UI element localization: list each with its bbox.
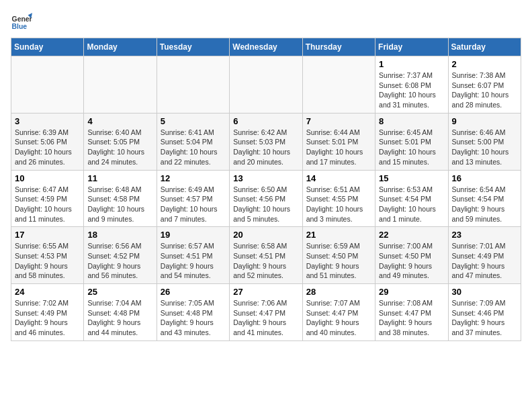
calendar-cell: 22Sunrise: 7:00 AM Sunset: 4:50 PM Dayli… (375, 227, 448, 284)
weekday-header-monday: Monday (84, 38, 157, 56)
day-number: 18 (87, 230, 152, 240)
logo-icon: General Blue (11, 11, 32, 32)
day-number: 7 (306, 116, 371, 126)
calendar-cell: 21Sunrise: 6:59 AM Sunset: 4:50 PM Dayli… (302, 227, 375, 284)
day-info: Sunrise: 7:06 AM Sunset: 4:47 PM Dayligh… (233, 298, 298, 338)
day-info: Sunrise: 6:44 AM Sunset: 5:01 PM Dayligh… (306, 128, 371, 167)
calendar-cell: 30Sunrise: 7:09 AM Sunset: 4:46 PM Dayli… (448, 284, 521, 341)
day-info: Sunrise: 6:54 AM Sunset: 4:54 PM Dayligh… (452, 185, 517, 224)
day-info: Sunrise: 7:37 AM Sunset: 6:08 PM Dayligh… (379, 71, 444, 110)
calendar-cell: 14Sunrise: 6:51 AM Sunset: 4:55 PM Dayli… (302, 170, 375, 227)
calendar-cell: 15Sunrise: 6:53 AM Sunset: 4:54 PM Dayli… (375, 170, 448, 227)
calendar-cell: 16Sunrise: 6:54 AM Sunset: 4:54 PM Dayli… (448, 170, 521, 227)
day-number: 29 (379, 287, 444, 297)
day-number: 23 (452, 230, 517, 240)
day-number: 2 (452, 59, 517, 69)
day-info: Sunrise: 7:38 AM Sunset: 6:07 PM Dayligh… (452, 71, 517, 110)
day-number: 20 (233, 230, 298, 240)
day-number: 14 (306, 173, 371, 183)
calendar-cell: 29Sunrise: 7:08 AM Sunset: 4:47 PM Dayli… (375, 284, 448, 341)
calendar-cell (230, 56, 302, 113)
svg-text:Blue: Blue (12, 23, 28, 30)
day-info: Sunrise: 7:09 AM Sunset: 4:46 PM Dayligh… (452, 298, 517, 338)
day-number: 11 (87, 173, 152, 183)
day-info: Sunrise: 6:59 AM Sunset: 4:50 PM Dayligh… (306, 241, 371, 281)
calendar-cell: 23Sunrise: 7:01 AM Sunset: 4:49 PM Dayli… (448, 227, 521, 284)
day-number: 8 (379, 116, 444, 126)
calendar-week-1: 1Sunrise: 7:37 AM Sunset: 6:08 PM Daylig… (11, 56, 521, 113)
calendar-cell: 13Sunrise: 6:50 AM Sunset: 4:56 PM Dayli… (230, 170, 302, 227)
day-number: 10 (15, 173, 80, 183)
day-info: Sunrise: 6:58 AM Sunset: 4:51 PM Dayligh… (233, 241, 298, 281)
calendar-table: SundayMondayTuesdayWednesdayThursdayFrid… (11, 38, 521, 341)
day-number: 15 (379, 173, 444, 183)
day-info: Sunrise: 6:46 AM Sunset: 5:00 PM Dayligh… (452, 128, 517, 167)
calendar-cell (84, 56, 157, 113)
calendar-cell: 25Sunrise: 7:04 AM Sunset: 4:48 PM Dayli… (84, 284, 157, 341)
day-number: 25 (87, 287, 152, 297)
day-info: Sunrise: 7:01 AM Sunset: 4:49 PM Dayligh… (452, 241, 517, 281)
weekday-header-friday: Friday (375, 38, 448, 56)
day-info: Sunrise: 7:00 AM Sunset: 4:50 PM Dayligh… (379, 241, 444, 281)
day-number: 13 (233, 173, 298, 183)
day-number: 6 (233, 116, 298, 126)
svg-text:General: General (12, 15, 32, 23)
day-number: 22 (379, 230, 444, 240)
calendar-cell: 11Sunrise: 6:48 AM Sunset: 4:58 PM Dayli… (84, 170, 157, 227)
day-info: Sunrise: 6:56 AM Sunset: 4:52 PM Dayligh… (87, 241, 152, 281)
day-number: 1 (379, 59, 444, 69)
calendar-week-3: 10Sunrise: 6:47 AM Sunset: 4:59 PM Dayli… (11, 170, 521, 227)
day-number: 12 (161, 173, 226, 183)
day-info: Sunrise: 6:40 AM Sunset: 5:05 PM Dayligh… (87, 128, 152, 167)
day-number: 19 (161, 230, 226, 240)
day-number: 3 (15, 116, 80, 126)
weekday-header-tuesday: Tuesday (157, 38, 229, 56)
day-number: 5 (161, 116, 226, 126)
day-number: 9 (452, 116, 517, 126)
day-info: Sunrise: 7:08 AM Sunset: 4:47 PM Dayligh… (379, 298, 444, 338)
calendar-cell: 3Sunrise: 6:39 AM Sunset: 5:06 PM Daylig… (11, 113, 84, 170)
day-number: 16 (452, 173, 517, 183)
day-number: 24 (15, 287, 80, 297)
calendar-cell: 1Sunrise: 7:37 AM Sunset: 6:08 PM Daylig… (375, 56, 448, 113)
day-number: 21 (306, 230, 371, 240)
day-number: 28 (306, 287, 371, 297)
page-header: General Blue (11, 11, 521, 32)
calendar-cell: 28Sunrise: 7:07 AM Sunset: 4:47 PM Dayli… (302, 284, 375, 341)
calendar-cell: 8Sunrise: 6:45 AM Sunset: 5:01 PM Daylig… (375, 113, 448, 170)
weekday-header-saturday: Saturday (448, 38, 521, 56)
day-info: Sunrise: 7:07 AM Sunset: 4:47 PM Dayligh… (306, 298, 371, 338)
calendar-cell: 2Sunrise: 7:38 AM Sunset: 6:07 PM Daylig… (448, 56, 521, 113)
day-number: 17 (15, 230, 80, 240)
calendar-cell (11, 56, 84, 113)
day-info: Sunrise: 6:41 AM Sunset: 5:04 PM Dayligh… (161, 128, 226, 167)
day-info: Sunrise: 7:05 AM Sunset: 4:48 PM Dayligh… (161, 298, 226, 338)
weekday-header-sunday: Sunday (11, 38, 84, 56)
calendar-cell: 6Sunrise: 6:42 AM Sunset: 5:03 PM Daylig… (230, 113, 302, 170)
calendar-cell: 9Sunrise: 6:46 AM Sunset: 5:00 PM Daylig… (448, 113, 521, 170)
calendar-cell (157, 56, 229, 113)
day-info: Sunrise: 6:48 AM Sunset: 4:58 PM Dayligh… (87, 185, 152, 224)
day-number: 27 (233, 287, 298, 297)
calendar-cell: 19Sunrise: 6:57 AM Sunset: 4:51 PM Dayli… (157, 227, 229, 284)
logo: General Blue (11, 11, 32, 32)
weekday-header-wednesday: Wednesday (230, 38, 302, 56)
calendar-cell: 18Sunrise: 6:56 AM Sunset: 4:52 PM Dayli… (84, 227, 157, 284)
calendar-cell: 27Sunrise: 7:06 AM Sunset: 4:47 PM Dayli… (230, 284, 302, 341)
calendar-week-5: 24Sunrise: 7:02 AM Sunset: 4:49 PM Dayli… (11, 284, 521, 341)
day-info: Sunrise: 6:53 AM Sunset: 4:54 PM Dayligh… (379, 185, 444, 224)
day-info: Sunrise: 6:51 AM Sunset: 4:55 PM Dayligh… (306, 185, 371, 224)
day-info: Sunrise: 6:42 AM Sunset: 5:03 PM Dayligh… (233, 128, 298, 167)
calendar-week-2: 3Sunrise: 6:39 AM Sunset: 5:06 PM Daylig… (11, 113, 521, 170)
day-info: Sunrise: 6:47 AM Sunset: 4:59 PM Dayligh… (15, 185, 80, 224)
day-info: Sunrise: 6:55 AM Sunset: 4:53 PM Dayligh… (15, 241, 80, 281)
calendar-cell: 20Sunrise: 6:58 AM Sunset: 4:51 PM Dayli… (230, 227, 302, 284)
calendar-cell: 12Sunrise: 6:49 AM Sunset: 4:57 PM Dayli… (157, 170, 229, 227)
calendar-cell: 5Sunrise: 6:41 AM Sunset: 5:04 PM Daylig… (157, 113, 229, 170)
day-info: Sunrise: 6:50 AM Sunset: 4:56 PM Dayligh… (233, 185, 298, 224)
day-number: 4 (87, 116, 152, 126)
calendar-cell: 7Sunrise: 6:44 AM Sunset: 5:01 PM Daylig… (302, 113, 375, 170)
day-info: Sunrise: 7:02 AM Sunset: 4:49 PM Dayligh… (15, 298, 80, 338)
calendar-cell: 24Sunrise: 7:02 AM Sunset: 4:49 PM Dayli… (11, 284, 84, 341)
day-number: 30 (452, 287, 517, 297)
